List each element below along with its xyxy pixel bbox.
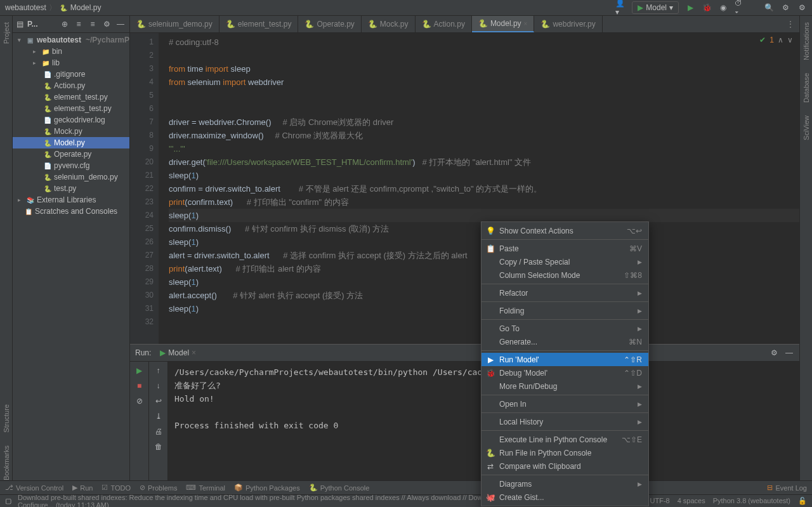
event-log-button[interactable]: ⊟Event Log [767, 484, 807, 492]
user-icon[interactable]: 👤▾ [615, 3, 625, 13]
tree-item[interactable]: 🐍Operate.py [13, 148, 129, 160]
python-console-button[interactable]: 🐍Python Console [309, 484, 370, 492]
coverage-button[interactable]: ◉ [718, 3, 728, 13]
menu-item[interactable]: 💡Show Context Actions⌥↩ [481, 224, 648, 237]
run-button-bottom[interactable]: ▶Run [72, 484, 93, 492]
rerun-icon[interactable]: ▶ [134, 365, 145, 376]
menu-item[interactable]: 🐞Debug 'Model'⌃⇧D [481, 366, 648, 379]
editor-tab[interactable]: 🐍Mock.py [362, 16, 416, 32]
scroll-icon[interactable]: ⤓ [154, 411, 164, 421]
tree-item[interactable]: 📄geckodriver.log [13, 114, 129, 126]
select-opened-file-icon[interactable]: ⊕ [60, 19, 70, 29]
tree-item[interactable]: 🐍Model.py [13, 137, 129, 148]
panel-settings-icon[interactable]: ⚙ [102, 19, 112, 29]
settings-icon[interactable]: ⚙ [780, 3, 790, 13]
project-panel-title[interactable]: P... [27, 20, 37, 29]
tree-item[interactable]: 🐍element_test.py [13, 91, 129, 103]
project-tool-button[interactable]: Project [3, 22, 10, 44]
editor-context-menu[interactable]: 💡Show Context Actions⌥↩📋Paste⌘VCopy / Pa… [481, 221, 649, 506]
tree-item[interactable]: 📄pyvenv.cfg [13, 160, 129, 171]
menu-item[interactable]: 🐍Run File in Python Console [481, 446, 648, 459]
status-icon[interactable]: ▢ [5, 497, 11, 505]
exit-icon[interactable]: ⊘ [134, 396, 145, 406]
run-settings-icon[interactable]: ⚙ [769, 348, 779, 358]
menu-item[interactable]: More Run/Debug▶ [481, 379, 648, 393]
menu-item[interactable]: ⇄Compare with Clipboard [481, 459, 648, 473]
editor-content[interactable]: 12345678920212223242526272829303132 # co… [130, 33, 799, 344]
notifications-button[interactable]: Notifications [802, 22, 810, 60]
breadcrumb-project[interactable]: webautotest [5, 3, 46, 12]
tree-item[interactable]: 🐍elements_test.py [13, 103, 129, 114]
run-config-selector[interactable]: ▶ Model ▾ [632, 1, 679, 14]
editor-tab[interactable]: 🐍Model.py× [472, 16, 535, 32]
close-icon[interactable]: × [524, 20, 528, 27]
chevron-up-icon[interactable]: ∧ [778, 36, 783, 44]
editor-inspection-widget[interactable]: ✔ 1 ∧ ∨ [759, 36, 793, 44]
hide-run-icon[interactable]: — [784, 348, 794, 358]
menu-item[interactable]: ▶Run 'Model'⌃⇧R [481, 353, 648, 366]
menu-item[interactable]: Local History▶ [481, 415, 648, 428]
version-control-button[interactable]: ⎇Version Control [5, 484, 63, 492]
editor-tab[interactable]: 🐍webdriver.py [534, 16, 602, 32]
clear-icon[interactable]: 🗑 [154, 442, 164, 452]
tree-item[interactable]: ▸📁bin [13, 46, 129, 57]
tabs-more-icon[interactable]: ⋮ [782, 16, 799, 32]
line-gutter[interactable]: 12345678920212223242526272829303132 [130, 33, 159, 344]
menu-item[interactable]: Column Selection Mode⇧⌘8 [481, 268, 648, 282]
profile-button[interactable]: ⏱▾ [735, 3, 745, 13]
menu-item[interactable]: Go To▶ [481, 322, 648, 335]
interpreter[interactable]: Python 3.8 (webautotest) [713, 497, 790, 505]
python-packages-button[interactable]: 📦Python Packages [234, 484, 300, 492]
tree-item[interactable]: ▸📁lib [13, 57, 129, 69]
debug-button[interactable]: 🐞 [702, 3, 712, 13]
hide-panel-icon[interactable]: — [115, 19, 126, 29]
tree-item[interactable]: 📄.gitignore [13, 69, 129, 80]
tree-external-libraries[interactable]: ▸ 📚 External Libraries [13, 194, 129, 206]
run-button[interactable]: ▶ [685, 3, 695, 13]
editor-tab[interactable]: 🐍selenium_demo.py [130, 16, 219, 32]
collapse-all-icon[interactable]: ≡ [88, 19, 98, 29]
menu-item[interactable]: Open In▶ [481, 397, 648, 411]
breadcrumb-file[interactable]: Model.py [70, 3, 102, 12]
menu-item[interactable]: 📋Paste⌘V [481, 242, 648, 255]
tree-scratches[interactable]: 📋 Scratches and Consoles [13, 206, 129, 217]
editor-tab[interactable]: 🐍Action.py [416, 16, 472, 32]
expand-all-icon[interactable]: ≡ [74, 19, 84, 29]
menu-item[interactable]: Generate...⌘N [481, 335, 648, 348]
terminal-button[interactable]: ⌨Terminal [186, 484, 225, 492]
tree-item[interactable]: 🐍test.py [13, 183, 129, 194]
tree-root[interactable]: ▾ ▣ webautotest ~/PycharmP [13, 34, 129, 46]
editor-tab[interactable]: 🐍element_test.py [219, 16, 299, 32]
up-icon[interactable]: ↑ [154, 365, 164, 376]
chevron-down-icon[interactable]: ∨ [787, 36, 793, 44]
code-area[interactable]: # coding:utf-8 from time import sleepfro… [159, 33, 799, 344]
database-button[interactable]: Database [802, 73, 810, 103]
tree-item[interactable]: 🐍Action.py [13, 80, 129, 91]
sciview-button[interactable]: SciView [802, 115, 810, 140]
stop-icon[interactable]: ■ [134, 381, 145, 391]
run-tab[interactable]: ▶ Model × [156, 348, 200, 357]
encoding[interactable]: UTF-8 [650, 497, 670, 505]
down-icon[interactable]: ↓ [154, 381, 164, 391]
search-icon[interactable]: 🔍 [764, 3, 774, 13]
print-icon[interactable]: 🖨 [154, 426, 164, 437]
todo-button[interactable]: ☑TODO [102, 484, 131, 492]
close-icon[interactable]: × [192, 348, 196, 357]
tree-item[interactable]: 🐍Mock.py [13, 126, 129, 137]
problems-button[interactable]: ⊘Problems [140, 484, 177, 492]
lock-icon[interactable]: 🔓 [798, 497, 807, 505]
editor-tab[interactable]: 🐍Operate.py [298, 16, 361, 32]
menu-item[interactable]: Execute Line in Python Console⌥⇧E [481, 433, 648, 446]
menu-item[interactable]: Refactor▶ [481, 286, 648, 300]
indent[interactable]: 4 spaces [678, 497, 705, 505]
menu-item[interactable]: Diagrams▶ [481, 477, 648, 491]
menu-item[interactable]: Copy / Paste Special▶ [481, 255, 648, 268]
wrap-icon[interactable]: ↩ [154, 396, 164, 406]
project-tree[interactable]: ▾ ▣ webautotest ~/PycharmP ▸📁bin▸📁lib📄.g… [13, 33, 129, 480]
structure-tool-button[interactable]: Structure [3, 404, 10, 433]
bookmarks-tool-button[interactable]: Bookmarks [3, 445, 10, 480]
gear-icon[interactable]: ⚙ [797, 3, 807, 13]
menu-item[interactable]: Folding▶ [481, 304, 648, 317]
menu-item[interactable]: 🐙Create Gist... [481, 491, 648, 504]
tree-item[interactable]: 🐍selenium_demo.py [13, 171, 129, 183]
